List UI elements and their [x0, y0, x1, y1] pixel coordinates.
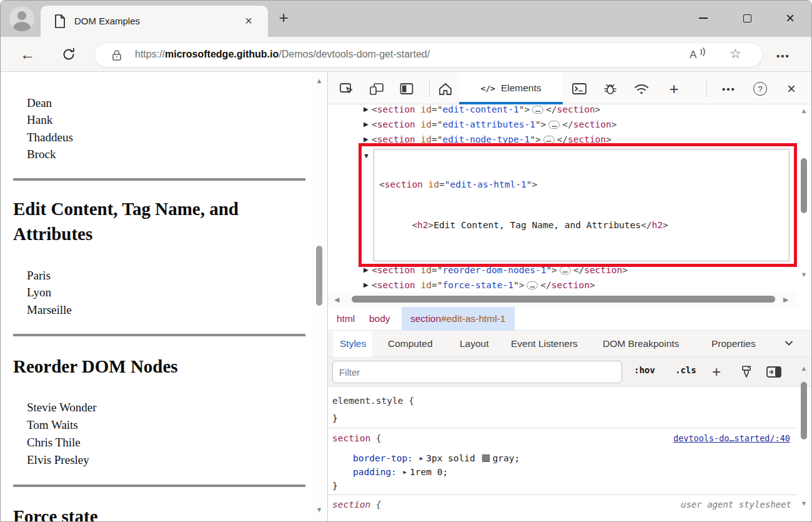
page-musician-item: Stevie Wonder	[27, 401, 97, 414]
page-scrollbar[interactable]: ▲ ▼	[312, 72, 327, 522]
browser-settings-button[interactable]: •••	[773, 46, 794, 66]
horizontal-scrollbar-thumb[interactable]	[352, 296, 775, 303]
section-divider	[13, 334, 305, 336]
scroll-down-icon[interactable]: ▼	[314, 506, 324, 513]
back-button[interactable]: ←	[17, 44, 38, 64]
tab-close-icon[interactable]: ×	[240, 13, 257, 29]
page-name-item: Brock	[27, 148, 56, 161]
page-scrollbar-thumb[interactable]	[316, 246, 322, 306]
rule-divider	[328, 494, 797, 495]
rule-close-brace: }	[332, 479, 338, 493]
url-protocol: https://	[135, 49, 165, 59]
breadcrumb-html[interactable]: html	[337, 312, 355, 326]
expand-children-pill[interactable]: …	[548, 121, 560, 129]
chevron-down-icon[interactable]	[785, 340, 793, 346]
toggle-pane-button[interactable]	[765, 363, 783, 381]
dom-node-row[interactable]: <section id="force-state-1">…</section>	[372, 278, 595, 293]
edit-as-html-code[interactable]: <section id="edit-as-html-1"> <h2>Edit C…	[379, 151, 668, 261]
back-icon: ←	[20, 46, 35, 63]
expand-arrow-icon[interactable]: ▶	[364, 278, 369, 293]
refresh-icon	[61, 47, 76, 62]
lock-icon	[110, 49, 124, 63]
browser-tab[interactable]: DOM Examples ×	[41, 6, 268, 37]
expand-children-pill[interactable]: …	[532, 106, 543, 114]
inspect-icon	[339, 82, 354, 96]
breadcrumb-body[interactable]: body	[369, 312, 390, 326]
window-close-button[interactable]: ×	[777, 8, 803, 28]
dom-node-row[interactable]: <section id="edit-content-1">…</section>	[372, 102, 600, 117]
css-property-padding[interactable]: padding: ▶1rem 0;	[353, 465, 448, 479]
inspect-element-button[interactable]	[338, 80, 355, 98]
bug-icon	[603, 82, 618, 96]
dock-side-button[interactable]	[398, 80, 415, 98]
devtools-help-button[interactable]: ?	[751, 80, 769, 98]
devtools-toolbar: </> Elements + ••• ? ×	[328, 72, 812, 104]
tab-styles[interactable]: Styles	[334, 331, 372, 357]
dom-scrollbar-thumb[interactable]	[801, 158, 807, 213]
scroll-left-icon[interactable]: ◀	[334, 296, 339, 304]
refresh-button[interactable]	[58, 44, 79, 64]
scroll-right-icon[interactable]: ▶	[783, 296, 788, 304]
breadcrumb-active-node[interactable]: section#edit-as-html-1	[402, 307, 515, 331]
dom-scroll-up-icon[interactable]: ▲	[798, 107, 810, 114]
dom-node-row[interactable]: <section id="edit-attributes-1">…</secti…	[372, 117, 617, 132]
devtools-close-button[interactable]: ×	[783, 80, 800, 98]
close-icon: ×	[786, 12, 795, 24]
tab-computed[interactable]: Computed	[382, 331, 439, 357]
devtools-more-button[interactable]: •••	[720, 80, 738, 98]
new-tab-button[interactable]: +	[274, 9, 293, 28]
tab-layout[interactable]: Layout	[453, 331, 495, 357]
toggle-class-button[interactable]: .cls	[675, 365, 696, 375]
section-rule-selector[interactable]: section {	[332, 431, 382, 445]
close-icon: ×	[787, 80, 796, 98]
profile-avatar[interactable]	[9, 6, 34, 31]
styles-filter-input[interactable]	[332, 361, 622, 383]
rule-divider	[328, 428, 797, 428]
console-tab-button[interactable]	[570, 80, 588, 98]
toolbar-separator	[429, 79, 430, 97]
styles-scroll-up-icon[interactable]: ▲	[798, 364, 810, 372]
expand-arrow-icon[interactable]: ▶	[364, 102, 369, 117]
user-agent-stylesheet-label: user agent stylesheet	[681, 498, 791, 511]
styles-scroll-down-icon[interactable]: ▼	[798, 499, 810, 507]
tab-event-listeners[interactable]: Event Listeners	[505, 331, 584, 357]
console-icon	[572, 82, 587, 96]
section-divider	[13, 178, 305, 181]
address-bar[interactable]: https://microsoftedge.github.io/Demos/de…	[94, 43, 763, 68]
rule-close-brace: }	[332, 411, 338, 425]
favorite-star-icon[interactable]: ☆	[730, 46, 741, 61]
read-aloud-button[interactable]: A	[690, 48, 711, 64]
window-minimize-button[interactable]	[690, 8, 716, 28]
browser-toolbar: ← https://microsoftedge.github.io/Demos/…	[1, 37, 811, 72]
new-style-rule-button[interactable]: +	[708, 363, 725, 381]
edit-as-html-editor[interactable]: <section id="edit-as-html-1"> <h2>Edit C…	[374, 149, 790, 261]
device-emulation-button[interactable]	[368, 80, 385, 98]
stylesheet-source-link[interactable]: devtools-do…started/:40	[673, 431, 790, 445]
toggle-hover-state-button[interactable]: :hov	[634, 365, 655, 375]
ua-rule-selector[interactable]: section {	[332, 498, 382, 511]
expand-arrow-icon[interactable]: ▶	[364, 117, 369, 132]
page-name-item: Hank	[27, 113, 52, 127]
rendering-brush-button[interactable]	[738, 363, 755, 381]
tab-elements[interactable]: </> Elements	[459, 72, 563, 104]
page-favicon-icon	[53, 14, 67, 29]
styles-scrollbar-thumb[interactable]	[801, 382, 807, 439]
expand-children-pill[interactable]: …	[527, 281, 538, 289]
collapse-arrow-icon[interactable]: ▼	[363, 152, 370, 159]
dom-horizontal-scrollbar[interactable]: ◀ ▶	[328, 292, 797, 307]
issues-tab-button[interactable]	[602, 80, 619, 98]
network-tab-button[interactable]	[633, 80, 650, 98]
element-style-rule[interactable]: element.style {	[332, 394, 414, 408]
window-maximize-button[interactable]	[734, 8, 760, 28]
css-property-border-top[interactable]: border-top: ▶3px solid gray;	[353, 451, 520, 465]
dom-scroll-down-icon[interactable]: ▼	[798, 271, 810, 278]
tab-dom-breakpoints[interactable]: DOM Breakpoints	[597, 331, 685, 357]
tab-properties[interactable]: Properties	[705, 331, 762, 357]
plus-icon: +	[712, 363, 721, 381]
scroll-up-icon[interactable]: ▲	[314, 77, 324, 84]
expand-children-pill[interactable]: …	[560, 266, 571, 274]
devtools-panel: </> Elements + ••• ? × ▶ <section id="ed…	[327, 72, 812, 522]
more-tools-button[interactable]: +	[665, 80, 683, 98]
url-text: https://microsoftedge.github.io/Demos/de…	[135, 49, 430, 60]
home-tab-button[interactable]	[437, 80, 454, 98]
